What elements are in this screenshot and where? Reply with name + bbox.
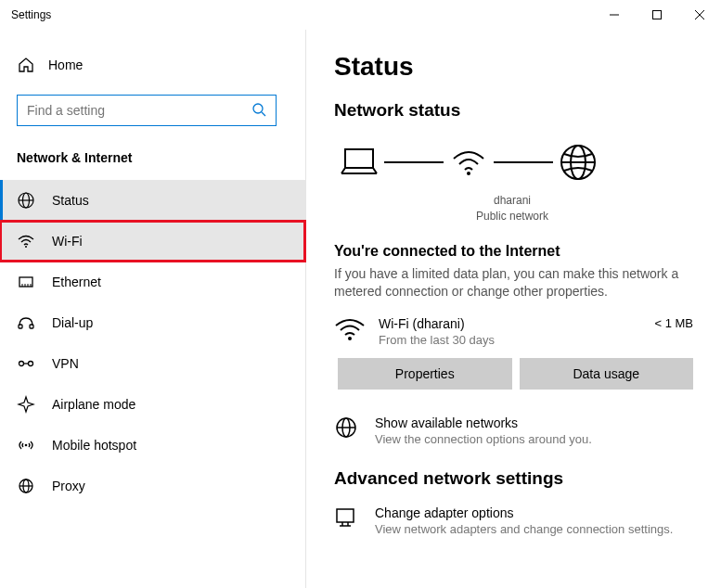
- adapter-icon: [334, 505, 362, 530]
- svg-rect-33: [337, 509, 354, 522]
- wifi-icon: [17, 232, 35, 250]
- minimize-button[interactable]: [593, 0, 636, 30]
- category-label: Network & Internet: [0, 143, 305, 180]
- adapter-title: Change adapter options: [375, 505, 673, 520]
- show-networks-title: Show available networks: [375, 415, 592, 430]
- sidebar-item-dialup[interactable]: Dial-up: [0, 302, 305, 343]
- connected-desc: If you have a limited data plan, you can…: [334, 265, 693, 301]
- titlebar: Settings: [0, 0, 721, 30]
- sidebar: Home Find a setting Network & Internet S…: [0, 30, 306, 588]
- airplane-icon: [17, 395, 35, 414]
- sidebar-item-airplane[interactable]: Airplane mode: [0, 384, 305, 425]
- show-networks-link[interactable]: Show available networks View the connect…: [334, 415, 693, 446]
- connected-heading: You're connected to the Internet: [334, 243, 693, 260]
- globe-icon: [17, 191, 35, 210]
- sidebar-item-label: Status: [52, 193, 89, 208]
- home-nav[interactable]: Home: [0, 48, 305, 82]
- network-diagram: [334, 137, 693, 187]
- main-panel: Status Network status dharani Public net…: [306, 30, 721, 588]
- svg-line-5: [262, 112, 265, 116]
- connection-usage: < 1 MB: [654, 316, 693, 330]
- hotspot-icon: [17, 436, 35, 454]
- sidebar-item-label: VPN: [52, 356, 79, 371]
- vpn-icon: [17, 354, 35, 373]
- diagram-ssid: dharani: [436, 193, 588, 209]
- home-icon: [17, 56, 35, 74]
- sidebar-item-vpn[interactable]: VPN: [0, 343, 305, 384]
- svg-point-17: [19, 362, 24, 366]
- maximize-button[interactable]: [636, 0, 678, 30]
- adapter-desc: View network adapters and change connect…: [375, 522, 673, 536]
- show-networks-desc: View the connection options around you.: [375, 432, 592, 446]
- svg-point-29: [348, 337, 352, 340]
- sidebar-item-ethernet[interactable]: Ethernet: [0, 262, 305, 302]
- sidebar-item-wifi[interactable]: Wi-Fi: [0, 221, 305, 262]
- close-button[interactable]: [678, 0, 721, 30]
- properties-label: Properties: [395, 366, 455, 381]
- sidebar-item-label: Mobile hotspot: [52, 438, 136, 453]
- advanced-heading: Advanced network settings: [334, 468, 693, 489]
- proxy-icon: [17, 477, 35, 495]
- diagram-line: [494, 161, 553, 163]
- sidebar-item-label: Wi-Fi: [52, 234, 83, 249]
- sidebar-item-status[interactable]: Status: [0, 180, 305, 221]
- adapter-options-link[interactable]: Change adapter options View network adap…: [334, 505, 693, 536]
- wifi-diagram-icon: [444, 137, 494, 187]
- sidebar-item-label: Dial-up: [52, 315, 93, 330]
- globe-diagram-icon: [553, 137, 603, 187]
- diagram-network-type: Public network: [436, 209, 588, 224]
- svg-point-4: [253, 104, 263, 113]
- ethernet-icon: [17, 273, 35, 291]
- laptop-icon: [334, 137, 384, 187]
- sidebar-item-label: Proxy: [52, 479, 85, 493]
- svg-rect-24: [345, 149, 373, 168]
- wifi-large-icon: [334, 316, 366, 342]
- svg-point-20: [25, 444, 28, 447]
- connection-sub: From the last 30 days: [379, 333, 641, 347]
- svg-rect-16: [30, 325, 33, 328]
- connection-name: Wi-Fi (dharani): [379, 316, 641, 331]
- dialup-icon: [17, 313, 35, 332]
- search-placeholder: Find a setting: [27, 103, 105, 118]
- data-usage-label: Data usage: [573, 366, 639, 381]
- svg-rect-15: [19, 325, 22, 328]
- sidebar-item-label: Ethernet: [52, 275, 101, 289]
- page-title: Status: [334, 52, 693, 82]
- sidebar-item-proxy[interactable]: Proxy: [0, 466, 305, 506]
- svg-rect-1: [653, 11, 662, 19]
- sidebar-item-hotspot[interactable]: Mobile hotspot: [0, 425, 305, 466]
- window-controls: [593, 0, 721, 30]
- window-title: Settings: [11, 8, 51, 21]
- home-label: Home: [48, 58, 83, 72]
- diagram-line: [384, 161, 444, 163]
- search-input[interactable]: Find a setting: [17, 95, 277, 126]
- data-usage-button[interactable]: Data usage: [520, 358, 694, 390]
- properties-button[interactable]: Properties: [338, 358, 512, 390]
- connection-row: Wi-Fi (dharani) From the last 30 days < …: [334, 316, 693, 347]
- svg-point-25: [467, 172, 470, 175]
- diagram-labels: dharani Public network: [436, 193, 588, 224]
- svg-point-9: [25, 246, 27, 248]
- svg-point-18: [29, 362, 33, 366]
- search-icon: [251, 102, 266, 120]
- network-status-heading: Network status: [334, 100, 693, 121]
- sidebar-item-label: Airplane mode: [52, 397, 135, 412]
- globe-small-icon: [334, 415, 362, 440]
